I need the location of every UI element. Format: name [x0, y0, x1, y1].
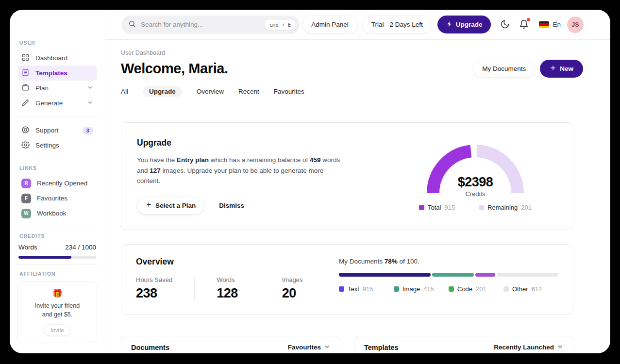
search-icon	[128, 20, 136, 30]
sidebar-item-label: Support	[35, 127, 58, 134]
upgrade-card-left: Upgrade You have the Entry plan which ha…	[137, 138, 348, 215]
sidebar-link-label: Favourites	[37, 195, 67, 202]
overview-card-title: Overview	[136, 257, 324, 267]
sidebar-section-user: USER	[19, 40, 97, 46]
notifications-button[interactable]	[519, 19, 530, 30]
legend-swatch	[394, 286, 399, 292]
templates-card: Templates Recently Launched Blog Post Ti…	[354, 336, 573, 353]
sidebar-item-plan[interactable]: Plan	[17, 81, 97, 96]
dismiss-button[interactable]: Dismiss	[219, 202, 244, 209]
templates-card-title: Templates	[364, 344, 399, 351]
sidebar-item-templates[interactable]: Templates	[17, 66, 97, 81]
plus-icon	[146, 201, 152, 209]
main-area: cmd + E Admin Panel Trial - 2 Days Left …	[105, 10, 610, 353]
credits-value: 234 / 1000	[65, 244, 96, 251]
sidebar-section-links: LINKS	[19, 165, 97, 171]
language-flag-germany[interactable]	[539, 21, 549, 28]
moon-icon	[500, 22, 510, 31]
chevron-down-icon	[557, 344, 563, 351]
documents-progress-block: My Documents 78% of 100. Text 915 Image	[339, 258, 558, 293]
sidebar-item-support[interactable]: Support 3	[17, 123, 97, 138]
legend-swatch	[449, 286, 454, 292]
chevron-down-icon	[87, 84, 93, 92]
filter-tabs: All Upgrade Overview Recent Favourites	[121, 86, 583, 97]
language-label[interactable]: En	[553, 21, 561, 28]
overview-card: Overview Hours Saved 238 Words 128	[121, 244, 573, 315]
page-title: Welcome, Maria.	[121, 61, 228, 77]
bar-segment-image	[432, 273, 474, 277]
bar-segment-text	[339, 273, 431, 277]
notification-dot	[527, 18, 530, 21]
stacked-bar-legend: Text 915 Image 415 Code 20	[339, 285, 558, 293]
legend-item-remaining: Remaining 201	[479, 204, 532, 211]
legend-item-code: Code 201	[449, 285, 503, 293]
search-bar[interactable]: cmd + E	[121, 16, 300, 34]
legend-swatch	[419, 205, 424, 210]
search-shortcut-badge: cmd + E	[265, 20, 296, 30]
documents-stacked-bar	[339, 273, 558, 277]
credits-gauge: $2398 Credits Total 915 Remaining	[412, 138, 539, 215]
tab-all[interactable]: All	[121, 86, 128, 97]
search-input[interactable]	[136, 21, 265, 28]
sidebar-item-settings[interactable]: Settings	[17, 138, 97, 153]
legend-swatch	[479, 205, 484, 210]
pencil-icon	[21, 99, 30, 108]
gauge-legend: Total 915 Remaining 201	[419, 204, 532, 211]
sidebar-item-dashboard[interactable]: Dashboard	[17, 50, 97, 66]
templates-document-icon	[21, 68, 30, 78]
tab-upgrade[interactable]: Upgrade	[143, 86, 182, 97]
upgrade-card-title: Upgrade	[137, 138, 348, 148]
sidebar-link-recently-opened[interactable]: R Recently Opened	[17, 176, 97, 191]
sidebar-item-label: Plan	[35, 84, 49, 92]
trial-status-button[interactable]: Trial - 2 Days Left	[362, 16, 432, 33]
select-plan-button[interactable]: Select a Plan	[137, 197, 204, 215]
tab-favourites[interactable]: Favourites	[274, 86, 304, 97]
bell-icon	[519, 22, 529, 31]
lightning-bolt-icon	[446, 21, 452, 29]
upgrade-button[interactable]: Upgrade	[437, 16, 491, 33]
stat-hours-saved: Hours Saved 238	[136, 276, 194, 301]
sidebar-divider	[17, 265, 98, 265]
legend-item-text: Text 915	[339, 285, 394, 293]
documents-card-title: Documents	[131, 344, 169, 351]
dark-mode-toggle[interactable]	[500, 19, 511, 30]
overview-left: Overview Hours Saved 238 Words 128	[136, 257, 324, 301]
sidebar-divider	[17, 227, 98, 227]
sidebar-item-label: Generate	[35, 99, 63, 107]
stat-images: Images 20	[260, 276, 325, 301]
sidebar-divider	[17, 116, 98, 117]
tab-recent[interactable]: Recent	[238, 86, 259, 97]
documents-filter-dropdown[interactable]: Favourites	[288, 344, 330, 351]
sidebar-link-favourites[interactable]: F Favourites	[17, 191, 97, 206]
bar-segment-other	[497, 273, 558, 277]
credits-progress-fill	[18, 256, 71, 259]
gauge-center-value: $2398	[420, 175, 531, 190]
sidebar-item-label: Settings	[35, 142, 59, 149]
user-avatar[interactable]: JS	[567, 17, 584, 33]
new-button[interactable]: New	[540, 60, 583, 78]
dashboard-content: User Dashboard Welcome, Maria. My Docume…	[105, 40, 610, 353]
gear-icon	[21, 141, 30, 150]
lifebuoy-icon	[21, 126, 30, 135]
affiliation-card: 🎁 Invite your friend and get $5. Invite	[17, 281, 97, 343]
sidebar-item-label: Templates	[35, 69, 67, 77]
invite-button[interactable]: Invite	[44, 324, 71, 336]
sidebar-link-workbook[interactable]: W Workbook	[17, 206, 97, 221]
my-documents-button[interactable]: My Documents	[473, 60, 535, 78]
documents-progress-label: My Documents 78% of 100.	[339, 258, 558, 265]
admin-panel-button[interactable]: Admin Panel	[302, 16, 358, 33]
documents-card: Documents Favourites Untitled Document i…	[121, 336, 340, 353]
link-initial-badge: W	[21, 209, 31, 218]
upgrade-card-body: You have the Entry plan which has a rema…	[137, 155, 348, 186]
breadcrumb: User Dashboard	[121, 50, 583, 56]
upgrade-card: Upgrade You have the Entry plan which ha…	[121, 122, 573, 230]
topbar-actions: Admin Panel Trial - 2 Days Left Upgrade …	[302, 16, 584, 33]
legend-item-total: Total 915	[419, 204, 455, 211]
templates-filter-dropdown[interactable]: Recently Launched	[494, 344, 563, 351]
legend-item-other: Other 612	[503, 285, 558, 293]
credits-progress-track	[18, 256, 96, 259]
tab-overview[interactable]: Overview	[197, 86, 224, 97]
sidebar-item-generate[interactable]: Generate	[17, 96, 97, 111]
wallet-icon	[21, 83, 30, 93]
overview-stats: Hours Saved 238 Words 128 Images 20	[136, 276, 324, 301]
